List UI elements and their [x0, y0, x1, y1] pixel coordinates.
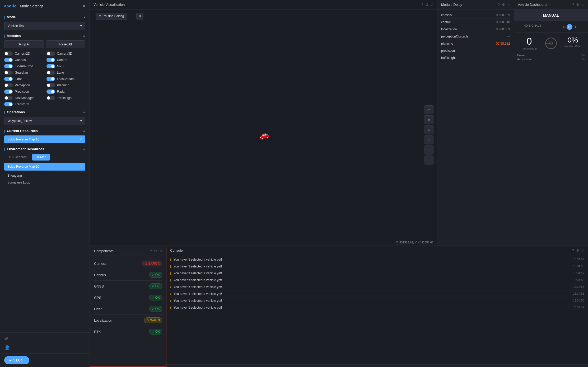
vehicle-dash-settings-icon[interactable]: ⚙ — [576, 3, 579, 7]
module-toggle-planning[interactable] — [46, 83, 55, 87]
status-icon: ✓ — [152, 273, 154, 277]
component-status-badge: ✓ OK — [149, 283, 162, 289]
setup-all-button[interactable]: Setup All — [4, 40, 44, 48]
current-resources-header[interactable]: Current Resources ∧ — [4, 129, 85, 133]
console-help-icon[interactable]: ? — [572, 248, 574, 252]
console-timestamp: 15:34:57 — [573, 271, 584, 275]
delay-row-chassis: chassis 00:00.009 — [441, 12, 510, 19]
env-map-item[interactable]: Sunnyvale Loop — [4, 179, 85, 186]
add-icon[interactable]: ⊕ — [4, 335, 85, 341]
vehicle-viz-title: Vehicle Visualization — [94, 3, 125, 7]
copy-tool-button[interactable]: ⧉ — [424, 115, 433, 124]
module-toggle-localization[interactable] — [46, 77, 55, 81]
module-toggle-radar[interactable] — [46, 90, 55, 94]
routing-editing-button[interactable]: ≡ Routing Editing — [96, 13, 127, 20]
module-delay-help-icon[interactable]: ? — [498, 3, 500, 7]
module-item-lidar: Lidar — [4, 77, 43, 81]
speed-value: 0 — [517, 36, 541, 47]
module-label-trafficlight: TrafficLight — [57, 96, 73, 100]
delay-row-control: control 00:00.010 — [441, 19, 510, 26]
component-name: Lidar — [94, 307, 102, 311]
vehicle-dash-expand-icon[interactable]: ⤢ — [581, 3, 584, 7]
d-tool-button[interactable]: D — [424, 135, 433, 144]
console-message-text: You haven't selected a vehicle yet! — [174, 265, 571, 268]
zoom-in-button[interactable]: + — [424, 145, 433, 154]
current-resources-chevron-icon: ∧ — [83, 129, 85, 133]
module-delay-settings-icon[interactable]: ⚙ — [502, 3, 505, 7]
vehicle-dash-help-icon[interactable]: ? — [572, 3, 574, 7]
modules-section-title: Modules — [4, 34, 21, 38]
module-toggle-perception[interactable] — [4, 83, 13, 87]
module-label-lidar: Lidar — [15, 77, 22, 81]
vehicle-viz-help-icon[interactable]: ? — [421, 3, 423, 7]
module-delay-header: Module Delay ? ⚙ ⤢ — [437, 0, 514, 10]
module-toggle-prediction[interactable] — [4, 90, 13, 94]
module-label-control: Control — [57, 58, 67, 62]
gear-p-label[interactable]: P — [563, 25, 566, 29]
status-text: OK — [155, 296, 160, 299]
mode-chevron-icon: ▾ — [84, 15, 85, 19]
module-toggle-lidar[interactable] — [4, 77, 13, 81]
vehicle-viz-expand-icon[interactable]: ⤢ — [431, 3, 433, 7]
delay-name: localization — [441, 27, 457, 31]
operations-header[interactable]: Operations ∧ — [4, 110, 85, 114]
sidebar-title: Mode Settings — [20, 4, 80, 8]
user-icon[interactable]: 👤 — [4, 345, 85, 351]
component-row-camera: Camera ⊗ ERROR — [94, 258, 162, 269]
close-button[interactable]: × — [83, 4, 85, 8]
reset-all-button[interactable]: Reset All — [46, 40, 86, 48]
delay-value: 00:00.009 — [496, 13, 510, 17]
current-resource-item[interactable]: Bdkly Reverse Map 10 ✓ — [4, 135, 85, 143]
module-toggle-transform[interactable] — [4, 102, 13, 106]
module-toggle-guardian[interactable] — [4, 70, 13, 75]
module-toggle-lane[interactable] — [46, 70, 55, 75]
console-message-text: You haven't selected a vehicle yet! — [174, 258, 571, 261]
console-settings-icon[interactable]: ⚙ — [576, 248, 579, 252]
module-item-radar: Radar — [46, 90, 86, 94]
console-timestamp: 15:34:51 — [573, 292, 584, 295]
status-text: ERROR — [148, 262, 160, 265]
env-map-item[interactable]: Shougang — [4, 172, 85, 179]
module-toggle-camera3d[interactable] — [46, 51, 55, 56]
operations-select[interactable]: Waypoint_Follow ▾ — [4, 117, 85, 125]
mode-select[interactable]: Vehicle Test ▾ — [4, 22, 85, 30]
module-item-transform: Transform — [4, 102, 43, 106]
module-toggle-taskmanager[interactable] — [4, 96, 13, 100]
components-help-icon[interactable]: ? — [150, 249, 152, 253]
routing-extra-button[interactable]: ⧉ — [136, 13, 143, 20]
console-expand-icon[interactable]: ⤢ — [581, 248, 584, 252]
vehicle-viz-settings-icon[interactable]: ⚙ — [425, 3, 428, 7]
module-toggle-camera2d[interactable] — [4, 51, 13, 56]
module-toggle-control[interactable] — [46, 58, 55, 62]
zoom-out-button[interactable]: − — [424, 156, 433, 164]
module-item-prediction: Prediction — [4, 90, 43, 94]
components-header: Components ? ⚙ ⤢ — [90, 246, 166, 256]
delay-name: prediction — [441, 49, 455, 53]
delay-value: 00:00.010 — [496, 20, 510, 24]
module-label-lane: Lane — [57, 71, 64, 74]
status-icon: ✓ — [152, 284, 154, 288]
components-expand-icon[interactable]: ⤢ — [159, 249, 162, 253]
module-toggle-externalcmd[interactable] — [4, 64, 13, 68]
start-button[interactable]: START — [4, 356, 29, 364]
module-toggle-canbus[interactable] — [4, 58, 13, 62]
components-settings-icon[interactable]: ⚙ — [154, 249, 157, 253]
module-toggle-gps[interactable] — [46, 64, 55, 68]
modules-section-header[interactable]: Modules ∧ — [4, 34, 85, 38]
scissors-tool-button[interactable]: ✂ — [424, 105, 433, 114]
map-canvas[interactable]: 🚗 ✂ ⧉ ⚙ D + − X: 437584.62, Y: 4432558.6… — [90, 23, 437, 247]
settings-tool-button[interactable]: ⚙ — [424, 125, 433, 134]
mode-section-header[interactable]: Mode ▾ — [4, 15, 85, 19]
env-tab-rtk-records[interactable]: RTK Records — [4, 154, 30, 161]
gear-r-active[interactable]: R — [567, 24, 572, 30]
env-tab-hdmap[interactable]: HDMap — [32, 154, 50, 161]
mode-section-title: Mode — [4, 15, 16, 19]
module-delay-expand-icon[interactable]: ⤢ — [507, 3, 510, 7]
env-resources-header[interactable]: Enviroment Resources ∧ — [4, 147, 85, 151]
console-row: ℹ You haven't selected a vehicle yet! 15… — [166, 277, 588, 284]
env-map-item-selected[interactable]: Bdkly Reverse Map 10✓ — [4, 163, 85, 171]
console-warning-icon: ℹ — [170, 285, 171, 289]
module-toggle-trafficlight[interactable] — [46, 96, 55, 100]
gear-d-label[interactable]: D — [573, 25, 576, 29]
component-status-badge: ⚠ WARN — [144, 317, 162, 323]
